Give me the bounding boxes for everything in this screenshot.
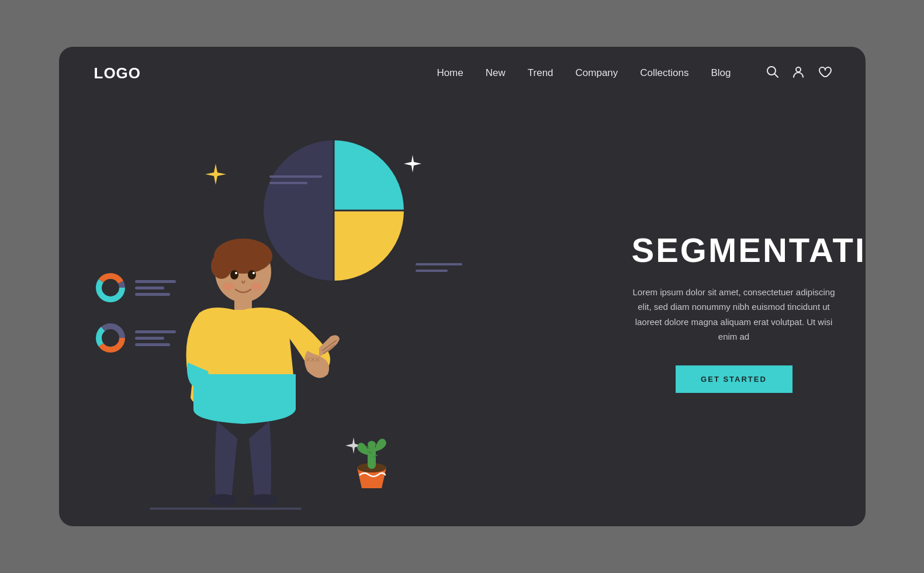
svg-point-21 — [208, 494, 237, 506]
conn-line — [416, 263, 462, 265]
get-started-button[interactable]: GET STARTED — [676, 365, 793, 393]
nav-item-company[interactable]: Company — [576, 67, 618, 79]
nav-item-collections[interactable]: Collections — [640, 67, 688, 79]
svg-point-17 — [211, 253, 232, 279]
nav-item-trend[interactable]: Trend — [528, 67, 553, 79]
connector-lines — [416, 263, 462, 272]
connector-lines-top — [269, 175, 322, 184]
heart-icon[interactable] — [818, 65, 830, 81]
svg-point-26 — [252, 272, 255, 274]
page-title: SEGMENTATION — [632, 233, 836, 268]
svg-point-23 — [230, 270, 238, 279]
sparkle-yellow-left — [205, 164, 226, 187]
conn-line — [416, 270, 448, 272]
logo: LOGO — [94, 64, 141, 82]
nav-links: Home New Trend Company Collections Blog — [437, 67, 731, 79]
search-icon[interactable] — [766, 65, 779, 81]
nav-item-blog[interactable]: Blog — [711, 67, 731, 79]
illustration-area: ××× — [59, 99, 620, 526]
nav-item-new[interactable]: New — [486, 67, 506, 79]
person-illustration: ××× — [153, 187, 340, 509]
svg-point-35 — [368, 441, 376, 448]
nav-item-home[interactable]: Home — [437, 67, 463, 79]
svg-point-27 — [223, 283, 234, 290]
hero-description: Lorem ipsum dolor sit amet, consectetuer… — [632, 285, 836, 344]
donut-chart-1 — [94, 271, 127, 304]
main-content: ××× — [59, 99, 866, 526]
svg-point-25 — [235, 272, 237, 274]
donut-chart-2 — [94, 322, 127, 354]
svg-point-24 — [248, 270, 256, 279]
text-area: SEGMENTATION Lorem ipsum dolor sit amet,… — [620, 99, 866, 526]
svg-text:×××: ××× — [306, 355, 320, 364]
svg-point-28 — [251, 283, 262, 290]
floor-lines — [150, 508, 302, 510]
nav-icons — [766, 65, 830, 81]
svg-point-22 — [249, 494, 278, 506]
app-window: LOGO Home New Trend Company Collections … — [59, 47, 866, 526]
user-icon[interactable] — [792, 65, 805, 81]
navbar: LOGO Home New Trend Company Collections … — [59, 47, 866, 99]
svg-marker-9 — [205, 164, 226, 185]
plant — [345, 427, 398, 491]
svg-line-1 — [774, 74, 778, 77]
conn-line — [269, 182, 307, 184]
conn-line — [269, 175, 322, 178]
svg-point-2 — [796, 67, 801, 72]
